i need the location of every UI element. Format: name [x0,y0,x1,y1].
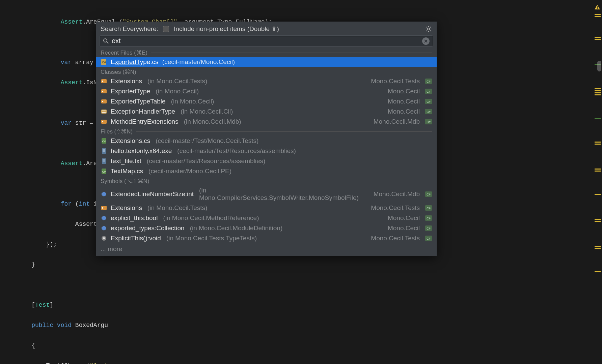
result-name: ExceptionHandlerType [111,108,175,115]
search-result[interactable]: C# TextMap.cs (cecil-master/Mono.Cecil.P… [96,166,437,176]
search-result[interactable]: MethodEntryExtensions (in Mono.Cecil.Mdb… [96,117,437,127]
search-result[interactable]: explicit_this:bool (in Mono.Cecil.Method… [96,213,437,223]
result-recent-file[interactable]: C# ExportedType.cs (cecil-master/Mono.Ce… [96,57,437,67]
result-namespace: Mono.Cecil.Mdb [374,118,420,125]
cs-badge-icon: C# [425,191,432,197]
result-name: hello.textonly.x64.exe [111,147,172,155]
result-name: ExplicitThis():void [111,235,161,242]
clear-search-button[interactable] [422,37,430,45]
marker[interactable] [595,94,601,95]
section-files: Files (⇧⌘N) [96,127,437,136]
cs-file-icon: C# [101,59,107,65]
result-namespace: Mono.Cecil.Tests [371,235,420,242]
svg-line-12 [107,42,108,43]
marker[interactable] [595,37,601,38]
search-result[interactable]: ExplicitThis():void (in Mono.Cecil.Tests… [96,233,437,243]
search-result[interactable]: ExportedType (in Mono.Cecil) Mono.CecilC… [96,86,437,96]
section-symbols: Symbols (⌥⇧⌘N) [96,176,437,185]
result-hint: (in Mono.Cecil.Tests) [147,204,207,212]
marker[interactable] [595,144,601,145]
search-result[interactable]: ExtendedLineNumberSize:int (in Mono.Comp… [96,185,437,203]
result-hint: (cecil-master/Test/Resources/assemblies) [147,157,266,165]
marker[interactable] [595,39,601,40]
result-namespace: Mono.Cecil [388,214,420,222]
search-result[interactable]: Extensions (in Mono.Cecil.Tests) Mono.Ce… [96,203,437,213]
class-icon [101,98,107,105]
marker[interactable] [595,16,601,17]
class-icon [101,205,107,211]
popup-header: Search Everywhere: Include non-project i… [96,22,437,35]
result-hint: (in Mono.Cecil.Cil) [181,108,233,115]
marker[interactable] [595,88,601,89]
svg-text:C#: C# [427,100,431,103]
cs-badge-icon: C# [425,109,432,114]
svg-point-11 [104,39,107,42]
result-hint: (cecil-master/Test/Resources/assemblies) [177,147,296,155]
svg-text:C#: C# [427,237,431,240]
marker[interactable] [595,14,601,15]
svg-text:C#: C# [427,110,431,114]
class-icon [101,88,107,95]
field-icon [101,191,107,198]
svg-point-64 [103,237,105,239]
marker[interactable] [595,246,601,247]
marker[interactable] [595,92,601,93]
marker[interactable] [595,248,601,249]
search-result[interactable]: ExportedTypeTable (in Mono.Cecil) Mono.C… [96,96,437,107]
svg-rect-29 [101,110,107,114]
svg-text:C#: C# [102,61,106,64]
svg-text:C#: C# [102,140,106,143]
cs-badge-icon: C# [425,215,432,221]
search-result[interactable]: text_file.txt (cecil-master/Test/Resourc… [96,156,437,166]
svg-rect-0 [597,6,598,8]
result-name: ExportedType [111,88,150,95]
result-hint: (in Mono.Cecil.Tests.TypeTests) [166,235,257,242]
svg-point-26 [102,101,103,102]
svg-rect-30 [102,111,106,111]
svg-rect-1 [597,8,598,9]
svg-marker-50 [102,192,106,196]
marker[interactable] [595,271,601,272]
search-input-row[interactable]: ext [99,35,433,47]
svg-text:C#: C# [427,80,431,83]
result-hint: (in Mono.Cecil.Tests) [147,78,207,85]
marker[interactable] [595,142,601,143]
search-result[interactable]: exported_types:Collection (in Mono.Cecil… [96,223,437,233]
search-result[interactable]: ExceptionHandlerType (in Mono.Cecil.Cil)… [96,107,437,117]
marker[interactable] [595,169,601,170]
more-results[interactable]: ... more [96,243,437,256]
gear-icon[interactable] [425,26,432,32]
result-namespace: Mono.Cecil [388,224,420,232]
include-nonproject-label: Include non-project items (Double ⇧) [174,25,279,33]
cs-badge-icon: C# [425,225,432,231]
cs-badge-icon: C# [425,205,432,211]
svg-line-7 [427,27,427,27]
enum-icon [101,108,107,115]
result-name: ExportedTypeTable [111,98,166,105]
result-namespace: Mono.Cecil [388,88,420,95]
result-name: Extensions [111,204,142,212]
marker[interactable] [595,194,601,195]
section-classes: Classes (⌘N) [96,67,437,76]
result-hint: (cecil-master/Mono.Cecil.PE) [148,168,231,175]
include-nonproject-checkbox[interactable] [163,26,169,32]
search-result[interactable]: Extensions (in Mono.Cecil.Tests) Mono.Ce… [96,76,437,86]
result-name: text_file.txt [111,157,141,165]
svg-text:C#: C# [427,227,431,230]
marker[interactable] [595,171,601,172]
field-icon [101,225,107,232]
search-query[interactable]: ext [112,37,422,45]
field-icon [101,215,107,221]
result-name: ExtendedLineNumberSize:int [111,190,194,198]
search-result[interactable]: C# Extensions.cs (cecil-master/Test/Mono… [96,136,437,146]
svg-rect-44 [102,158,106,164]
marker[interactable] [595,219,601,220]
marker[interactable] [595,221,601,222]
editor-gutter [594,0,602,364]
cs-file-icon: C# [101,168,107,175]
marker[interactable] [595,118,601,119]
svg-text:C#: C# [427,207,431,210]
search-result[interactable]: hello.textonly.x64.exe (cecil-master/Tes… [96,146,437,156]
marker[interactable] [595,90,601,91]
scrollbar-thumb[interactable] [597,61,601,71]
